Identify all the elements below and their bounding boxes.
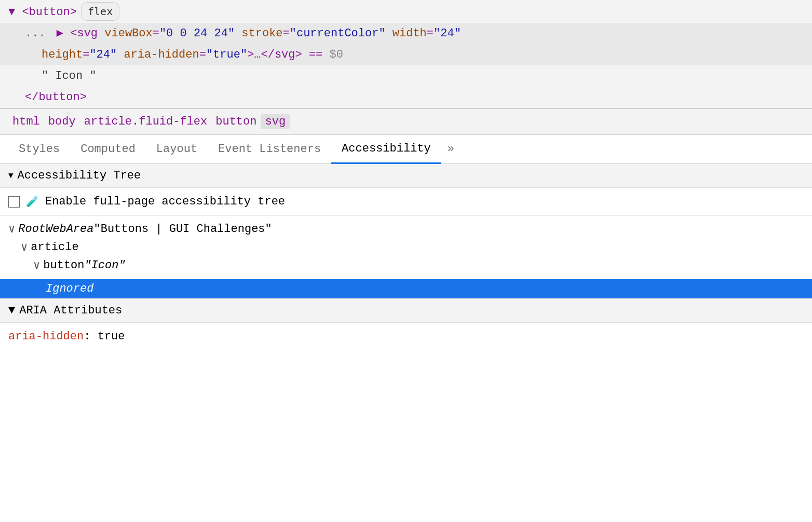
triangle-down-icon: ▼	[8, 304, 15, 317]
tag-close-bracket: </	[25, 91, 38, 104]
tab-computed[interactable]: Computed	[70, 135, 146, 164]
tree-content: ∨ RootWebArea "Buttons | GUI Challenges"…	[0, 216, 812, 279]
aria-colon: :	[84, 330, 97, 343]
attr-height: height	[42, 48, 83, 61]
breadcrumb-svg[interactable]: svg	[261, 114, 290, 129]
tabs-bar: Styles Computed Layout Event Listeners A…	[0, 135, 812, 164]
tag-bracket-open: <	[22, 6, 29, 19]
article-label: article	[31, 241, 78, 254]
tree-row-article[interactable]: ∨ article	[8, 238, 804, 256]
tab-more[interactable]: »	[441, 135, 461, 164]
triangle-icon: ▶	[57, 27, 70, 40]
text-node: " Icon "	[42, 70, 97, 83]
tag-close-end: >	[80, 91, 87, 104]
flex-badge: flex	[81, 2, 119, 21]
attr-stroke: stroke	[241, 27, 282, 40]
dollar-zero: $0	[330, 48, 343, 61]
accessibility-tree-label: Accessibility Tree	[18, 169, 141, 182]
tree-row-button[interactable]: ∨ button "Icon"	[8, 256, 804, 274]
tag-close-name: button	[38, 91, 79, 104]
aria-attr-name: aria-hidden	[8, 330, 84, 343]
tag-name-button: button	[29, 6, 70, 19]
enable-checkbox-label: Enable full-page accessibility tree	[45, 195, 285, 208]
main-content: ▼ Accessibility Tree 🧪 Enable full-page …	[0, 164, 812, 350]
dom-inspector: ▼ <button>flex ... ▶ <svg viewBox="0 0 2…	[0, 0, 812, 108]
attr-aria-hidden: aria-hidden	[124, 48, 199, 61]
dom-line-text[interactable]: " Icon "	[0, 65, 812, 87]
attr-width-val: "24"	[434, 27, 461, 40]
tree-row-rootwebarea[interactable]: ∨ RootWebArea "Buttons | GUI Challenges"	[8, 220, 804, 238]
triangle-down-icon: ▼	[8, 171, 13, 181]
accessibility-tree-header: ▼ Accessibility Tree	[0, 164, 812, 188]
triangle-icon: ▼	[8, 6, 22, 19]
dom-line-button-open[interactable]: ▼ <button>flex	[0, 0, 812, 23]
enable-checkbox-row[interactable]: 🧪 Enable full-page accessibility tree	[0, 188, 812, 216]
chevron-icon: ∨	[21, 240, 28, 254]
svg-end: >…</svg>	[247, 48, 302, 61]
dom-line-svg-cont[interactable]: height="24" aria-hidden="true">…</svg> =…	[0, 44, 812, 65]
aria-content: aria-hidden: true	[0, 323, 812, 350]
enable-checkbox[interactable]	[8, 196, 20, 208]
tag-bracket-close: >	[70, 6, 77, 19]
tree-row-ignored[interactable]: Ignored	[0, 279, 812, 298]
button-label: button	[43, 259, 84, 272]
breadcrumb-article[interactable]: article.fluid-flex	[80, 114, 212, 129]
tab-accessibility[interactable]: Accessibility	[331, 135, 441, 164]
flask-icon: 🧪	[26, 195, 39, 208]
chevron-icon: ∨	[8, 222, 15, 236]
attr-height-val: "24"	[89, 48, 117, 61]
dots-icon: ...	[25, 27, 52, 40]
tab-event-listeners[interactable]: Event Listeners	[208, 135, 331, 164]
aria-attributes-header: ▼ ARIA Attributes	[0, 298, 812, 323]
rootwebarea-value: "Buttons | GUI Challenges"	[93, 223, 272, 236]
tab-styles[interactable]: Styles	[8, 135, 70, 164]
aria-section-label: ARIA Attributes	[19, 304, 122, 317]
breadcrumb-bar: html body article.fluid-flex button svg	[0, 108, 812, 135]
chevron-icon: ∨	[33, 258, 40, 272]
tag-bracket-open: <	[70, 27, 77, 40]
tag-name-svg: svg	[77, 27, 98, 40]
attr-viewbox-val: "0 0 24 24"	[159, 27, 235, 40]
aria-attr-value: true	[98, 330, 125, 343]
rootwebarea-label: RootWebArea	[18, 223, 93, 236]
dom-line-button-close[interactable]: </button>	[0, 87, 812, 108]
button-name-value: "Icon"	[84, 259, 125, 272]
attr-aria-hidden-val: "true"	[206, 48, 247, 61]
attr-stroke-val: "currentColor"	[290, 27, 386, 40]
tab-layout[interactable]: Layout	[146, 135, 208, 164]
attr-width: width	[393, 27, 427, 40]
breadcrumb-button[interactable]: button	[211, 114, 261, 129]
ignored-label: Ignored	[46, 282, 93, 295]
breadcrumb-html[interactable]: html	[8, 114, 44, 129]
attr-viewbox: viewBox	[104, 27, 152, 40]
dom-line-svg[interactable]: ... ▶ <svg viewBox="0 0 24 24" stroke="c…	[0, 23, 812, 44]
breadcrumb-body[interactable]: body	[44, 114, 80, 129]
